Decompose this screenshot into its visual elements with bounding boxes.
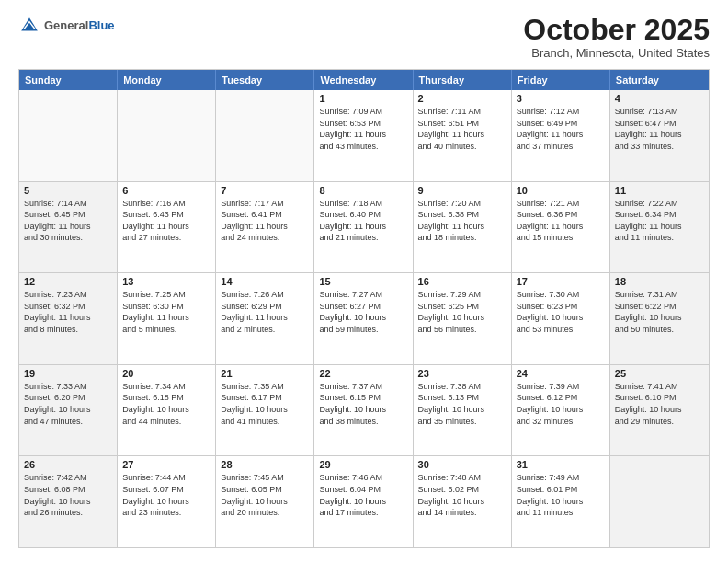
weekday-header: Wednesday — [314, 70, 413, 90]
cell-text: Sunrise: 7:45 AM Sunset: 6:05 PM Dayligh… — [221, 472, 309, 518]
month-title: October 2025 — [523, 15, 710, 44]
header: GeneralBlue October 2025 Branch, Minneso… — [18, 15, 710, 60]
day-number: 17 — [517, 276, 605, 287]
day-number: 12 — [24, 276, 112, 287]
calendar-cell: 12Sunrise: 7:23 AM Sunset: 6:32 PM Dayli… — [19, 273, 118, 364]
calendar-cell: 18Sunrise: 7:31 AM Sunset: 6:22 PM Dayli… — [610, 273, 709, 364]
day-number: 13 — [122, 276, 210, 287]
calendar-row: 26Sunrise: 7:42 AM Sunset: 6:08 PM Dayli… — [19, 456, 709, 547]
logo-text: GeneralBlue — [44, 18, 115, 33]
cell-text: Sunrise: 7:37 AM Sunset: 6:15 PM Dayligh… — [319, 381, 407, 427]
calendar-cell: 24Sunrise: 7:39 AM Sunset: 6:12 PM Dayli… — [512, 365, 610, 456]
calendar-body: 1Sunrise: 7:09 AM Sunset: 6:53 PM Daylig… — [19, 90, 709, 547]
day-number: 9 — [418, 185, 506, 196]
calendar-cell: 5Sunrise: 7:14 AM Sunset: 6:45 PM Daylig… — [19, 182, 118, 273]
calendar-cell: 9Sunrise: 7:20 AM Sunset: 6:38 PM Daylig… — [414, 182, 512, 273]
weekday-header: Friday — [512, 70, 610, 90]
day-number: 1 — [319, 93, 407, 104]
cell-text: Sunrise: 7:18 AM Sunset: 6:40 PM Dayligh… — [319, 198, 407, 244]
cell-text: Sunrise: 7:16 AM Sunset: 6:43 PM Dayligh… — [122, 198, 210, 244]
location: Branch, Minnesota, United States — [523, 46, 710, 60]
day-number: 22 — [319, 368, 407, 379]
calendar-cell: 7Sunrise: 7:17 AM Sunset: 6:41 PM Daylig… — [216, 182, 314, 273]
day-number: 8 — [319, 185, 407, 196]
calendar-cell: 13Sunrise: 7:25 AM Sunset: 6:30 PM Dayli… — [118, 273, 216, 364]
page: GeneralBlue October 2025 Branch, Minneso… — [0, 0, 728, 563]
calendar-cell — [216, 90, 314, 181]
day-number: 20 — [122, 368, 210, 379]
calendar-cell — [118, 90, 216, 181]
calendar-cell: 30Sunrise: 7:48 AM Sunset: 6:02 PM Dayli… — [414, 456, 512, 547]
calendar-cell: 21Sunrise: 7:35 AM Sunset: 6:17 PM Dayli… — [216, 365, 314, 456]
cell-text: Sunrise: 7:13 AM Sunset: 6:47 PM Dayligh… — [615, 106, 704, 152]
calendar-cell: 15Sunrise: 7:27 AM Sunset: 6:27 PM Dayli… — [314, 273, 413, 364]
day-number: 14 — [221, 276, 309, 287]
day-number: 27 — [122, 459, 210, 470]
cell-text: Sunrise: 7:41 AM Sunset: 6:10 PM Dayligh… — [615, 381, 704, 427]
day-number: 23 — [418, 368, 506, 379]
day-number: 4 — [615, 93, 704, 104]
cell-text: Sunrise: 7:34 AM Sunset: 6:18 PM Dayligh… — [122, 381, 210, 427]
calendar-cell: 25Sunrise: 7:41 AM Sunset: 6:10 PM Dayli… — [610, 365, 709, 456]
day-number: 19 — [24, 368, 112, 379]
cell-text: Sunrise: 7:35 AM Sunset: 6:17 PM Dayligh… — [221, 381, 309, 427]
cell-text: Sunrise: 7:46 AM Sunset: 6:04 PM Dayligh… — [319, 472, 407, 518]
day-number: 28 — [221, 459, 309, 470]
calendar-cell: 27Sunrise: 7:44 AM Sunset: 6:07 PM Dayli… — [118, 456, 216, 547]
title-area: October 2025 Branch, Minnesota, United S… — [523, 15, 710, 60]
cell-text: Sunrise: 7:12 AM Sunset: 6:49 PM Dayligh… — [517, 106, 605, 152]
calendar-cell: 22Sunrise: 7:37 AM Sunset: 6:15 PM Dayli… — [314, 365, 413, 456]
day-number: 18 — [615, 276, 704, 287]
calendar-cell: 16Sunrise: 7:29 AM Sunset: 6:25 PM Dayli… — [414, 273, 512, 364]
cell-text: Sunrise: 7:11 AM Sunset: 6:51 PM Dayligh… — [418, 106, 506, 152]
weekday-header: Thursday — [414, 70, 512, 90]
logo-icon — [18, 15, 40, 37]
cell-text: Sunrise: 7:22 AM Sunset: 6:34 PM Dayligh… — [615, 198, 704, 244]
calendar-row: 19Sunrise: 7:33 AM Sunset: 6:20 PM Dayli… — [19, 365, 709, 457]
calendar-cell: 10Sunrise: 7:21 AM Sunset: 6:36 PM Dayli… — [512, 182, 610, 273]
cell-text: Sunrise: 7:33 AM Sunset: 6:20 PM Dayligh… — [24, 381, 112, 427]
day-number: 3 — [517, 93, 605, 104]
cell-text: Sunrise: 7:48 AM Sunset: 6:02 PM Dayligh… — [418, 472, 506, 518]
day-number: 2 — [418, 93, 506, 104]
day-number: 11 — [615, 185, 704, 196]
cell-text: Sunrise: 7:23 AM Sunset: 6:32 PM Dayligh… — [24, 289, 112, 335]
cell-text: Sunrise: 7:44 AM Sunset: 6:07 PM Dayligh… — [122, 472, 210, 518]
day-number: 24 — [517, 368, 605, 379]
weekday-header: Monday — [118, 70, 216, 90]
calendar-cell: 14Sunrise: 7:26 AM Sunset: 6:29 PM Dayli… — [216, 273, 314, 364]
calendar-cell: 6Sunrise: 7:16 AM Sunset: 6:43 PM Daylig… — [118, 182, 216, 273]
calendar-cell — [19, 90, 118, 181]
day-number: 7 — [221, 185, 309, 196]
cell-text: Sunrise: 7:26 AM Sunset: 6:29 PM Dayligh… — [221, 289, 309, 335]
calendar-cell: 3Sunrise: 7:12 AM Sunset: 6:49 PM Daylig… — [512, 90, 610, 181]
calendar-cell: 11Sunrise: 7:22 AM Sunset: 6:34 PM Dayli… — [610, 182, 709, 273]
calendar-row: 5Sunrise: 7:14 AM Sunset: 6:45 PM Daylig… — [19, 182, 709, 274]
cell-text: Sunrise: 7:42 AM Sunset: 6:08 PM Dayligh… — [24, 472, 112, 518]
day-number: 10 — [517, 185, 605, 196]
cell-text: Sunrise: 7:21 AM Sunset: 6:36 PM Dayligh… — [517, 198, 605, 244]
cell-text: Sunrise: 7:39 AM Sunset: 6:12 PM Dayligh… — [517, 381, 605, 427]
weekday-header: Tuesday — [216, 70, 314, 90]
calendar-cell: 2Sunrise: 7:11 AM Sunset: 6:51 PM Daylig… — [414, 90, 512, 181]
logo-blue: Blue — [88, 18, 114, 32]
calendar-cell: 20Sunrise: 7:34 AM Sunset: 6:18 PM Dayli… — [118, 365, 216, 456]
cell-text: Sunrise: 7:14 AM Sunset: 6:45 PM Dayligh… — [24, 198, 112, 244]
calendar: SundayMondayTuesdayWednesdayThursdayFrid… — [18, 69, 710, 548]
calendar-header: SundayMondayTuesdayWednesdayThursdayFrid… — [19, 70, 709, 90]
day-number: 5 — [24, 185, 112, 196]
day-number: 30 — [418, 459, 506, 470]
day-number: 21 — [221, 368, 309, 379]
calendar-cell: 29Sunrise: 7:46 AM Sunset: 6:04 PM Dayli… — [314, 456, 413, 547]
calendar-cell — [610, 456, 709, 547]
logo: GeneralBlue — [18, 15, 115, 37]
day-number: 25 — [615, 368, 704, 379]
cell-text: Sunrise: 7:49 AM Sunset: 6:01 PM Dayligh… — [517, 472, 605, 518]
weekday-header: Sunday — [19, 70, 118, 90]
calendar-cell: 19Sunrise: 7:33 AM Sunset: 6:20 PM Dayli… — [19, 365, 118, 456]
cell-text: Sunrise: 7:30 AM Sunset: 6:23 PM Dayligh… — [517, 289, 605, 335]
cell-text: Sunrise: 7:38 AM Sunset: 6:13 PM Dayligh… — [418, 381, 506, 427]
cell-text: Sunrise: 7:20 AM Sunset: 6:38 PM Dayligh… — [418, 198, 506, 244]
day-number: 6 — [122, 185, 210, 196]
calendar-cell: 1Sunrise: 7:09 AM Sunset: 6:53 PM Daylig… — [314, 90, 413, 181]
